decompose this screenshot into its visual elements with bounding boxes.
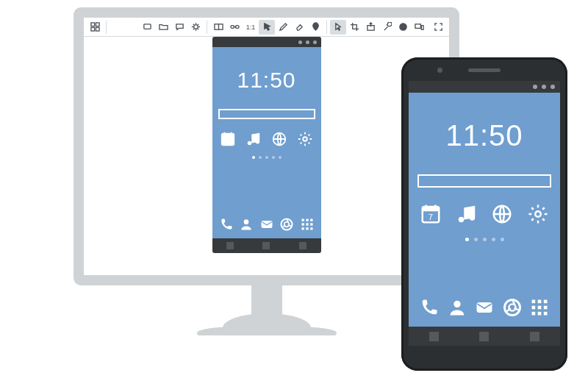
svg-rect-50 xyxy=(538,312,542,316)
svg-point-23 xyxy=(282,219,293,230)
nav-recent-button[interactable] xyxy=(299,242,306,249)
svg-text:7: 7 xyxy=(226,138,229,145)
settings-icon[interactable] xyxy=(295,129,315,149)
app-row: 7 xyxy=(417,201,551,227)
emulator-homescreen: 11:50 7 xyxy=(212,47,321,238)
layout-link-button[interactable] xyxy=(226,20,243,35)
dock xyxy=(218,216,315,235)
music-icon[interactable] xyxy=(244,129,263,149)
pin-button[interactable] xyxy=(307,20,323,35)
svg-rect-4 xyxy=(143,24,150,29)
cursor-button[interactable] xyxy=(330,20,346,35)
mail-icon[interactable] xyxy=(259,216,275,232)
layout-horizontal-button[interactable] xyxy=(210,20,226,35)
folder-button[interactable] xyxy=(155,20,171,35)
svg-point-20 xyxy=(304,137,308,141)
svg-rect-27 xyxy=(310,219,312,221)
emulator-navbar xyxy=(212,238,321,253)
device-button[interactable] xyxy=(139,20,155,35)
mirror-button[interactable] xyxy=(411,20,427,35)
svg-rect-45 xyxy=(544,300,548,304)
fullscreen-button[interactable] xyxy=(430,20,446,35)
globe-icon[interactable] xyxy=(270,129,289,149)
ratio-button[interactable]: 1:1 xyxy=(243,20,259,35)
contact-icon[interactable] xyxy=(238,216,254,232)
page-indicator[interactable] xyxy=(465,238,504,241)
svg-rect-51 xyxy=(544,312,548,316)
phone-homescreen: 11:50 7 xyxy=(409,93,560,327)
svg-rect-25 xyxy=(301,219,304,221)
svg-rect-33 xyxy=(310,227,312,230)
export-button[interactable] xyxy=(362,20,379,35)
phone-camera xyxy=(437,68,442,73)
emulator-device[interactable]: 11:50 7 xyxy=(212,37,321,253)
svg-rect-15 xyxy=(421,26,423,30)
eraser-button[interactable] xyxy=(291,20,307,35)
apps-icon[interactable] xyxy=(299,216,315,232)
app-row: 7 xyxy=(218,129,315,149)
svg-rect-1 xyxy=(96,23,99,26)
physical-phone: 11:50 7 xyxy=(401,57,567,371)
emulator-statusbar xyxy=(212,37,321,47)
editor-toolbar: 1:1 xyxy=(84,18,449,37)
contact-icon[interactable] xyxy=(445,296,469,319)
svg-rect-22 xyxy=(261,221,272,228)
svg-point-38 xyxy=(535,211,541,217)
svg-rect-14 xyxy=(415,24,420,29)
target-button[interactable] xyxy=(395,20,411,35)
phone-icon[interactable] xyxy=(417,296,441,319)
svg-point-41 xyxy=(504,300,520,316)
dock xyxy=(417,296,551,322)
settings-icon[interactable] xyxy=(525,201,551,227)
nav-back-button[interactable] xyxy=(429,332,439,341)
phone-navbar xyxy=(409,327,560,346)
browser-icon[interactable] xyxy=(279,216,295,232)
phone-body: 11:50 7 xyxy=(401,57,567,371)
svg-rect-29 xyxy=(306,223,308,225)
search-input[interactable] xyxy=(218,109,315,119)
svg-rect-35 xyxy=(423,207,440,211)
nav-home-button[interactable] xyxy=(262,242,270,249)
chat-button[interactable] xyxy=(171,20,187,35)
music-icon[interactable] xyxy=(453,201,480,227)
nav-home-button[interactable] xyxy=(479,332,489,341)
phone-icon[interactable] xyxy=(218,216,234,232)
svg-point-39 xyxy=(453,301,460,307)
browser-icon[interactable] xyxy=(501,296,524,319)
clock-widget[interactable]: 11:50 xyxy=(237,68,295,93)
svg-rect-49 xyxy=(532,312,536,316)
search-input[interactable] xyxy=(417,174,551,188)
grid-view-button[interactable] xyxy=(87,20,103,35)
svg-rect-26 xyxy=(306,219,308,221)
svg-rect-0 xyxy=(90,23,94,26)
svg-rect-32 xyxy=(306,227,308,230)
svg-rect-17 xyxy=(221,134,234,138)
svg-rect-28 xyxy=(301,223,304,225)
mail-icon[interactable] xyxy=(473,296,496,319)
calendar-icon[interactable]: 7 xyxy=(417,201,444,227)
svg-rect-3 xyxy=(96,27,99,31)
monitor-base xyxy=(197,327,337,335)
svg-rect-2 xyxy=(90,27,94,31)
calendar-icon[interactable]: 7 xyxy=(218,129,237,149)
svg-point-5 xyxy=(193,25,198,29)
pencil-button[interactable] xyxy=(275,20,291,35)
globe-icon[interactable] xyxy=(489,201,515,227)
svg-rect-47 xyxy=(538,306,542,310)
clock-widget[interactable]: 11:50 xyxy=(445,119,523,152)
page-indicator[interactable] xyxy=(252,156,282,159)
svg-text:7: 7 xyxy=(429,213,433,221)
phone-statusbar xyxy=(409,81,560,93)
nav-back-button[interactable] xyxy=(226,242,234,249)
svg-rect-43 xyxy=(532,300,536,304)
tools-button[interactable] xyxy=(379,20,395,35)
svg-point-21 xyxy=(244,219,249,224)
design-canvas[interactable]: 11:50 7 xyxy=(84,37,449,275)
crop-button[interactable] xyxy=(346,20,362,35)
svg-point-13 xyxy=(402,26,404,28)
svg-rect-30 xyxy=(310,223,312,225)
nav-recent-button[interactable] xyxy=(530,332,539,341)
apps-icon[interactable] xyxy=(528,296,551,319)
pointer-button[interactable] xyxy=(259,20,275,35)
brightness-button[interactable] xyxy=(187,20,204,35)
